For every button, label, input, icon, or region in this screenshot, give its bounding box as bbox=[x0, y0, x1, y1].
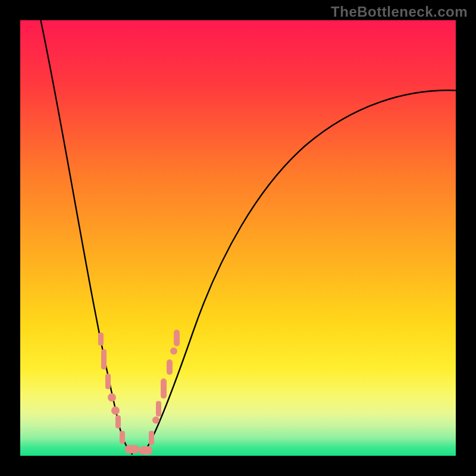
svg-rect-3 bbox=[105, 374, 111, 389]
beads-bottom bbox=[139, 446, 152, 455]
curve-right bbox=[143, 90, 456, 454]
svg-rect-8 bbox=[125, 445, 139, 453]
beads-right bbox=[149, 330, 180, 445]
svg-point-15 bbox=[170, 347, 177, 355]
watermark: TheBottleneck.com bbox=[331, 4, 468, 20]
svg-rect-9 bbox=[139, 446, 152, 455]
svg-point-4 bbox=[108, 393, 116, 402]
svg-rect-16 bbox=[174, 330, 180, 346]
svg-rect-10 bbox=[149, 431, 154, 445]
svg-rect-14 bbox=[167, 359, 173, 375]
svg-point-5 bbox=[111, 406, 120, 415]
svg-rect-6 bbox=[115, 415, 121, 428]
curve-left bbox=[40, 20, 132, 454]
svg-rect-13 bbox=[161, 378, 167, 399]
svg-rect-1 bbox=[98, 333, 104, 346]
svg-point-11 bbox=[152, 416, 159, 424]
beads-left bbox=[98, 333, 139, 453]
svg-rect-7 bbox=[120, 431, 125, 444]
svg-rect-12 bbox=[156, 401, 161, 416]
chart-frame: TheBottleneck.com bbox=[0, 0, 476, 476]
bottleneck-curve bbox=[20, 20, 456, 456]
plot-area bbox=[20, 20, 456, 456]
svg-rect-2 bbox=[101, 349, 107, 369]
